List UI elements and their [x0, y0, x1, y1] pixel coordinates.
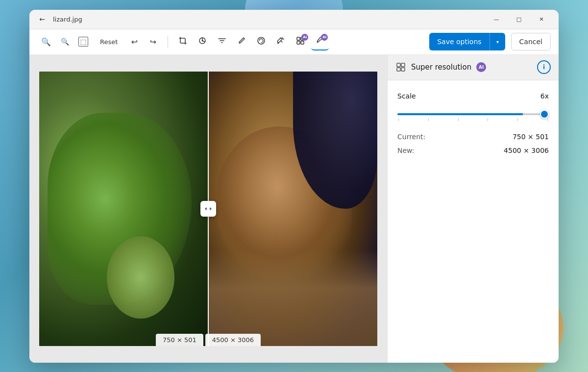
redo-icon: ↪ [150, 37, 156, 47]
panel-body: Scale 6x Current: 750 [388, 80, 559, 172]
svg-rect-7 [401, 63, 405, 67]
zoom-in-icon: 🔍 [41, 37, 51, 47]
svg-rect-4 [297, 41, 300, 44]
toolbar-separator-1 [168, 36, 168, 48]
minimize-button[interactable]: — [485, 11, 508, 27]
ai-badge-2: AI [321, 34, 328, 41]
svg-rect-2 [297, 37, 300, 40]
filename-label: lizard.jpg [53, 16, 82, 23]
adjust-icon [198, 36, 207, 47]
tick-4 [488, 118, 488, 121]
close-button[interactable]: ✕ [530, 11, 553, 27]
app-window: ← lizard.jpg — □ ✕ 🔍 🔍 ⬚ Reset ↩ [29, 10, 559, 363]
background-remove-button[interactable] [252, 33, 270, 50]
svg-rect-6 [397, 63, 400, 67]
toolbar: 🔍 🔍 ⬚ Reset ↩ ↪ [29, 29, 559, 55]
scale-row: Scale 6x [397, 92, 549, 100]
back-button[interactable]: ← [35, 12, 49, 26]
undo-redo-group: ↩ ↪ [125, 33, 162, 50]
new-label: New: [397, 147, 415, 154]
tick-3 [458, 118, 459, 121]
original-image-half [39, 72, 208, 346]
draw-button[interactable] [233, 33, 250, 50]
cancel-button[interactable]: Cancel [511, 33, 551, 50]
right-panel: Super resolution AI i Scale 6x [387, 55, 559, 363]
comparison-handle[interactable] [200, 201, 216, 217]
background-remove-icon [257, 36, 266, 47]
tick-2 [428, 118, 429, 121]
svg-rect-8 [397, 68, 400, 71]
ai-badge-1: AI [301, 34, 308, 41]
save-group: Save options ▾ [429, 33, 505, 50]
zoom-out-button[interactable]: 🔍 [56, 33, 74, 50]
save-options-button[interactable]: Save options [429, 33, 489, 50]
zoom-in-button[interactable]: 🔍 [37, 33, 55, 50]
title-bar: ← lizard.jpg — □ ✕ [29, 10, 559, 29]
draw-icon [237, 36, 246, 47]
redo-button[interactable]: ↪ [144, 33, 162, 50]
current-value: 750 × 501 [513, 133, 549, 141]
maximize-button[interactable]: □ [508, 11, 530, 27]
tick-6 [547, 118, 548, 121]
new-value: 4500 × 3006 [504, 147, 549, 154]
info-button[interactable]: i [537, 60, 551, 74]
fit-view-icon: ⬚ [78, 37, 88, 47]
fit-view-button[interactable]: ⬚ [74, 33, 92, 50]
erase-icon [276, 36, 285, 47]
zoom-group: 🔍 🔍 ⬚ [37, 33, 92, 50]
current-dimensions-row: Current: 750 × 501 [397, 133, 549, 141]
svg-point-1 [202, 40, 203, 42]
new-dimensions-row: New: 4500 × 3006 [397, 147, 549, 154]
main-content: 750 × 501 4500 × 3006 Super resolution [29, 55, 559, 363]
save-options-dropdown-button[interactable]: ▾ [490, 33, 505, 50]
arrows-icon [204, 205, 212, 213]
image-wrapper: 750 × 501 4500 × 3006 [39, 72, 377, 346]
editor-area: 750 × 501 4500 × 3006 [29, 55, 387, 363]
enhanced-image-half [208, 72, 377, 346]
erase-button[interactable] [272, 33, 290, 50]
adjust-button[interactable] [194, 33, 211, 50]
svg-rect-9 [401, 68, 405, 71]
tick-1 [398, 118, 399, 121]
image-container: 750 × 501 4500 × 3006 [39, 72, 377, 346]
filter-button[interactable] [213, 33, 231, 50]
current-label: Current: [397, 133, 425, 141]
undo-button[interactable]: ↩ [125, 33, 143, 50]
ai-tool-1-button[interactable]: AI [292, 33, 309, 50]
panel-header: Super resolution AI i [388, 55, 559, 80]
panel-title: Super resolution [411, 63, 471, 72]
scale-slider-container [397, 108, 549, 121]
panel-icon [395, 62, 406, 73]
reset-button[interactable]: Reset [94, 34, 123, 50]
super-resolution-icon [396, 62, 406, 72]
crop-button[interactable] [174, 33, 192, 50]
back-icon: ← [39, 15, 45, 23]
zoom-out-icon: 🔍 [61, 38, 69, 46]
crop-icon [178, 36, 187, 47]
panel-ai-badge: AI [476, 62, 486, 72]
svg-rect-5 [301, 41, 304, 44]
filter-icon [218, 36, 226, 47]
scale-value: 6x [540, 92, 549, 100]
window-controls: — □ ✕ [485, 11, 553, 27]
scale-label: Scale [397, 92, 416, 100]
ai-tool-2-button[interactable]: AI [311, 33, 329, 50]
scale-slider[interactable] [397, 113, 549, 115]
undo-icon: ↩ [131, 37, 138, 47]
chevron-down-icon: ▾ [496, 39, 499, 45]
tick-5 [517, 118, 518, 121]
